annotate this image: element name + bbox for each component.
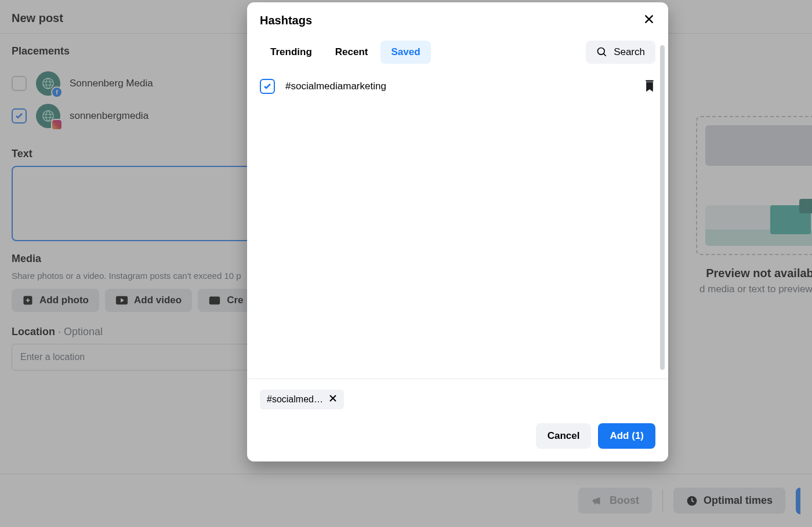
selected-chips: #socialmed… [247,379,668,420]
modal-tabs: Trending Recent Saved Search [247,32,668,68]
bookmark-icon[interactable] [644,80,655,93]
chip-remove-button[interactable] [329,394,337,405]
hashtag-chip: #socialmed… [260,390,344,409]
search-icon [596,46,608,58]
hashtag-row[interactable]: #socialmediamarketing [260,74,655,99]
close-icon [329,394,337,402]
svg-rect-7 [646,80,653,82]
tab-recent[interactable]: Recent [325,41,379,64]
close-button[interactable] [643,13,655,28]
search-button[interactable]: Search [586,41,655,64]
add-button[interactable]: Add (1) [598,423,655,449]
modal-title: Hashtags [260,14,312,27]
modal-actions: Cancel Add (1) [247,420,668,461]
scrollbar[interactable] [660,45,665,370]
tab-trending[interactable]: Trending [260,41,322,64]
tab-saved[interactable]: Saved [380,41,430,64]
cancel-button[interactable]: Cancel [536,423,592,449]
close-icon [643,13,655,26]
chip-label: #socialmed… [267,394,323,405]
hashtag-text: #socialmediamarketing [285,81,633,92]
svg-point-6 [598,48,605,55]
hashtags-modal: Hashtags Trending Recent Saved Search #s… [247,2,668,461]
hashtag-checkbox[interactable] [260,79,275,94]
modal-body: #socialmediamarketing [247,68,668,379]
